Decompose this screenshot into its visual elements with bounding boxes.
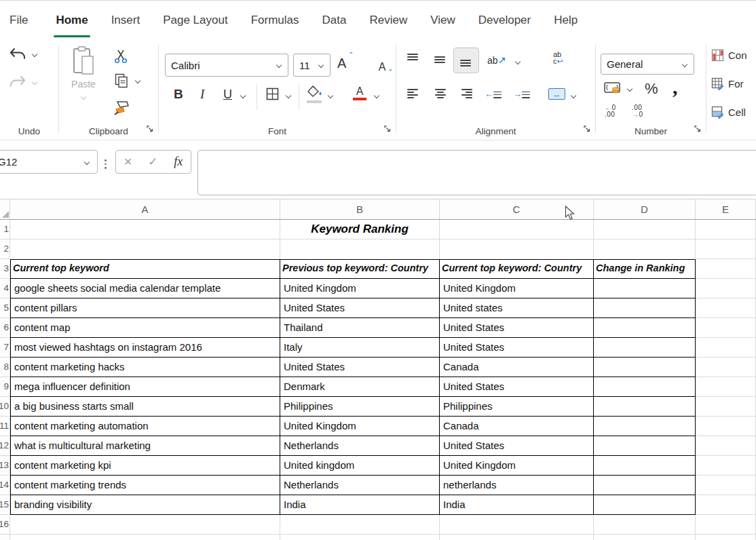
cell-A13[interactable]: content marketing kpi: [10, 456, 280, 476]
comma-style-button[interactable]: ,: [673, 80, 678, 94]
cell-E13[interactable]: [696, 456, 756, 476]
enter-icon[interactable]: ✓: [148, 155, 157, 169]
orientation-chevron-icon[interactable]: [515, 59, 521, 64]
align-center-icon[interactable]: [434, 88, 447, 100]
align-right-icon[interactable]: [460, 88, 472, 100]
font-family-select[interactable]: Calibri: [165, 54, 288, 77]
cell-C13[interactable]: United Kingdom: [440, 456, 594, 476]
align-middle-icon[interactable]: [434, 54, 447, 66]
tab-developer[interactable]: Developer: [467, 1, 543, 39]
cell-A10[interactable]: a big business starts small: [10, 397, 280, 417]
font-color-icon[interactable]: A: [353, 86, 366, 100]
cell-E17[interactable]: [696, 535, 756, 540]
cell-D14[interactable]: [594, 476, 696, 495]
bold-button[interactable]: B: [174, 87, 183, 102]
cell-B17[interactable]: [280, 535, 440, 540]
orientation-icon[interactable]: ab↗: [487, 54, 506, 66]
cell-C10[interactable]: Philippines: [440, 397, 594, 417]
undo-dropdown-chevron-icon[interactable]: [32, 52, 37, 57]
align-bottom-button[interactable]: [453, 47, 479, 73]
cut-icon[interactable]: [113, 49, 128, 66]
cell-A3[interactable]: Current top keyword: [10, 259, 280, 279]
font-color-chevron-icon[interactable]: [374, 93, 379, 98]
cell-D7[interactable]: [594, 338, 696, 358]
increase-font-size-icon[interactable]: Aˆ: [337, 56, 346, 71]
row-header-8[interactable]: 8: [0, 358, 10, 377]
select-all-corner[interactable]: [0, 199, 10, 219]
cell-A7[interactable]: most viewed hashtags on instagram 2016: [10, 338, 280, 358]
row-header-15[interactable]: 15: [0, 495, 10, 515]
formula-bar-drag-handle[interactable]: [105, 159, 107, 169]
paste-icon[interactable]: [73, 46, 94, 79]
cell-E6[interactable]: [696, 318, 756, 338]
cell-C6[interactable]: United States: [440, 318, 594, 338]
column-header-D[interactable]: D: [594, 199, 696, 219]
paste-button-label[interactable]: Paste: [59, 79, 108, 90]
number-dialog-launcher-icon[interactable]: [694, 123, 701, 135]
cell-A11[interactable]: content marketing automation: [10, 417, 280, 436]
accounting-format-icon[interactable]: [604, 81, 623, 98]
cell-styles-button[interactable]: Cell: [711, 106, 746, 119]
cell-D2[interactable]: [594, 239, 696, 259]
accounting-chevron-icon[interactable]: [627, 86, 632, 92]
cancel-icon[interactable]: ×: [124, 154, 132, 170]
cell-C14[interactable]: netherlands: [440, 476, 594, 495]
tab-review[interactable]: Review: [358, 1, 419, 39]
cell-C1[interactable]: [440, 220, 594, 239]
cell-A8[interactable]: content marketing hacks: [10, 358, 280, 377]
cell-A9[interactable]: mega influencer definition: [10, 377, 280, 397]
italic-button[interactable]: I: [200, 87, 204, 102]
redo-dropdown-chevron-icon[interactable]: [32, 79, 37, 85]
cell-D12[interactable]: [594, 436, 696, 456]
cell-B11[interactable]: United Kingdom: [280, 417, 440, 436]
merge-center-icon[interactable]: ↔: [548, 88, 565, 100]
column-header-B[interactable]: B: [280, 199, 440, 219]
cell-B9[interactable]: Denmark: [280, 377, 440, 397]
cell-D15[interactable]: [594, 495, 696, 515]
cell-D16[interactable]: [594, 515, 696, 535]
cell-C3[interactable]: Current top keyword: Country: [440, 259, 594, 279]
increase-indent-icon[interactable]: →: [513, 89, 530, 100]
cell-A6[interactable]: content map: [10, 318, 280, 338]
borders-dropdown-chevron-icon[interactable]: [286, 93, 291, 98]
cell-D1[interactable]: [594, 220, 696, 239]
cell-D17[interactable]: [594, 535, 696, 540]
percent-style-button[interactable]: %: [645, 80, 658, 98]
wrap-text-icon[interactable]: ab c↩: [553, 51, 563, 64]
row-header-7[interactable]: 7: [0, 338, 10, 358]
cell-D6[interactable]: [594, 318, 696, 338]
cell-E9[interactable]: [696, 377, 756, 397]
row-header-9[interactable]: 9: [0, 377, 10, 397]
insert-function-icon[interactable]: fx: [174, 155, 183, 169]
underline-dropdown-chevron-icon[interactable]: [240, 93, 246, 98]
alignment-dialog-launcher-icon[interactable]: [584, 123, 590, 135]
cell-B3[interactable]: Previous top keyword: Country: [280, 259, 440, 279]
font-size-select[interactable]: 11: [293, 54, 330, 77]
cell-B12[interactable]: Netherlands: [280, 436, 440, 456]
cell-C17[interactable]: [440, 535, 594, 540]
cell-E4[interactable]: [696, 279, 756, 298]
name-box[interactable]: G12: [0, 150, 98, 174]
cell-C16[interactable]: [440, 515, 594, 535]
cell-E2[interactable]: [696, 239, 756, 259]
tab-data[interactable]: Data: [311, 1, 358, 39]
cell-A12[interactable]: what is multicultural marketing: [10, 436, 280, 456]
cell-A5[interactable]: content pillars: [10, 298, 280, 318]
cell-C12[interactable]: United States: [440, 436, 594, 456]
cell-A1[interactable]: [10, 220, 280, 239]
column-header-A[interactable]: A: [10, 199, 280, 219]
tab-page-layout[interactable]: Page Layout: [151, 1, 239, 39]
cell-C4[interactable]: United Kingdom: [440, 279, 594, 298]
borders-icon[interactable]: [266, 88, 279, 103]
cell-A16[interactable]: [10, 515, 280, 535]
cell-B6[interactable]: Thailand: [280, 318, 440, 338]
cell-E8[interactable]: [696, 358, 756, 377]
cell-C2[interactable]: [440, 239, 594, 259]
cell-E10[interactable]: [696, 397, 756, 417]
cell-E12[interactable]: [696, 436, 756, 456]
row-header-12[interactable]: 12: [0, 436, 10, 456]
paste-dropdown-chevron-icon[interactable]: [81, 94, 86, 100]
row-header-1[interactable]: 1: [0, 220, 10, 239]
conditional-formatting-button[interactable]: Con: [711, 49, 747, 62]
row-header-5[interactable]: 5: [0, 298, 10, 318]
